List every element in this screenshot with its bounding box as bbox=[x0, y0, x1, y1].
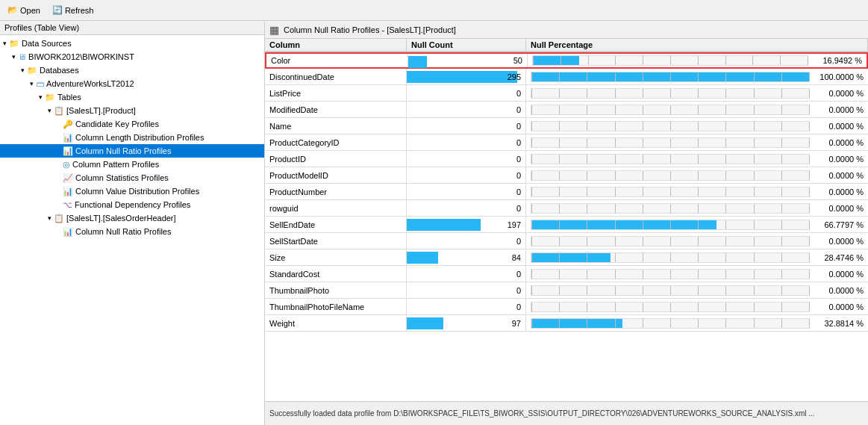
pct-text-12: 28.4746 % bbox=[813, 253, 864, 262]
cell-column-14: ThumbnailPhoto bbox=[265, 282, 407, 298]
cell-column-11: SellStartDate bbox=[265, 233, 407, 249]
table-row[interactable]: ProductNumber 0 0.0000 % bbox=[265, 184, 868, 200]
cell-nullpct-11: 0.0000 % bbox=[526, 233, 868, 249]
tree-item-tables[interactable]: ▾📁 Tables bbox=[0, 90, 264, 104]
cell-nullcount-3: 0 bbox=[407, 102, 526, 117]
tree-label-databases: Databases bbox=[40, 66, 79, 75]
pct-text-14: 0.0000 % bbox=[813, 286, 864, 295]
cell-column-10: SellEndDate bbox=[265, 217, 407, 232]
cell-nullpct-16: 32.8814 % bbox=[526, 315, 868, 331]
table-row[interactable]: StandardCost 0 0.0000 % bbox=[265, 266, 868, 282]
tree-item-product[interactable]: ▾📋 [SalesLT].[Product] bbox=[0, 104, 264, 117]
tree-label-columnstats: Column Statistics Profiles bbox=[75, 173, 169, 182]
table-row[interactable]: ThumbnailPhotoFileName 0 0.0000 % bbox=[265, 299, 868, 315]
table-row[interactable]: ThumbnailPhoto 0 0.0000 % bbox=[265, 282, 868, 299]
tree-item-salesorderheader[interactable]: ▾📋 [SalesLT].[SalesOrderHeader] bbox=[0, 211, 264, 225]
table-row[interactable]: Name 0 0.0000 % bbox=[265, 118, 868, 134]
cell-nullpct-13: 0.0000 % bbox=[526, 266, 868, 282]
table-row[interactable]: ListPrice 0 0.0000 % bbox=[265, 85, 868, 102]
cell-nullcount-10: 197 bbox=[407, 217, 526, 232]
cell-nullpct-9: 0.0000 % bbox=[526, 200, 868, 216]
open-label: Open bbox=[20, 6, 40, 15]
col-nullcount-header: Null Count bbox=[407, 39, 526, 51]
table-row[interactable]: DiscontinuedDate 295 100.0000 % bbox=[265, 69, 868, 85]
data-grid: Column Null Count Null Percentage Color … bbox=[265, 39, 868, 401]
cell-column-9: rowguid bbox=[265, 200, 407, 216]
pct-text-1: 100.0000 % bbox=[813, 72, 864, 81]
tree-label-adventureworks: AdventureWorksLT2012 bbox=[46, 79, 134, 88]
cell-nullpct-2: 0.0000 % bbox=[526, 85, 868, 101]
tree-label-columnpattern: Column Pattern Profiles bbox=[72, 160, 159, 169]
grid-icon: ▦ bbox=[269, 24, 279, 36]
table-row[interactable]: rowguid 0 0.0000 % bbox=[265, 200, 868, 217]
tree-item-columnvalue[interactable]: 📊 Column Value Distribution Profiles bbox=[0, 184, 264, 198]
tree-label-columnlength: Column Length Distribution Profiles bbox=[75, 133, 204, 142]
right-panel: ▦ Column Null Ratio Profiles - [SalesLT]… bbox=[265, 21, 868, 425]
cell-nullcount-9: 0 bbox=[407, 200, 526, 216]
tree-item-biwork[interactable]: ▾🖥 BIWORK2012\BIWORKINST bbox=[0, 50, 264, 63]
pct-text-5: 0.0000 % bbox=[813, 138, 864, 147]
tree-item-functional[interactable]: ⌥ Functional Dependency Profiles bbox=[0, 198, 264, 211]
cell-column-1: DiscontinuedDate bbox=[265, 69, 407, 84]
cell-nullpct-1: 100.0000 % bbox=[526, 69, 868, 84]
table-row[interactable]: Color 50 16.9492 % bbox=[265, 52, 868, 69]
cell-column-2: ListPrice bbox=[265, 85, 407, 101]
right-header-title: Column Null Ratio Profiles - [SalesLT].[… bbox=[284, 25, 456, 34]
cell-nullpct-10: 66.7797 % bbox=[526, 217, 868, 232]
table-row[interactable]: ProductCategoryID 0 0.0000 % bbox=[265, 134, 868, 151]
cell-nullpct-7: 0.0000 % bbox=[526, 167, 868, 183]
refresh-button[interactable]: 🔄 Refresh bbox=[49, 4, 97, 16]
pct-text-0: 16.9492 % bbox=[811, 56, 862, 65]
refresh-icon: 🔄 bbox=[52, 5, 63, 15]
tree-item-columnpattern[interactable]: ◎ Column Pattern Profiles bbox=[0, 158, 264, 171]
cell-column-16: Weight bbox=[265, 315, 407, 331]
pct-text-4: 0.0000 % bbox=[813, 122, 864, 131]
tree-item-adventureworks[interactable]: ▾🗃 AdventureWorksLT2012 bbox=[0, 77, 264, 90]
tree-item-datasources[interactable]: ▾📁 Data Sources bbox=[0, 37, 264, 50]
refresh-label: Refresh bbox=[65, 6, 94, 15]
pct-text-15: 0.0000 % bbox=[813, 303, 864, 311]
table-row[interactable]: SellStartDate 0 0.0000 % bbox=[265, 233, 868, 249]
tree-label-columnvalue: Column Value Distribution Profiles bbox=[75, 187, 199, 196]
table-row[interactable]: ProductModelID 0 0.0000 % bbox=[265, 167, 868, 184]
left-panel: Profiles (Table View) ▾📁 Data Sources▾🖥 … bbox=[0, 21, 265, 425]
tree-item-columnnull[interactable]: 📊 Column Null Ratio Profiles bbox=[0, 144, 264, 158]
table-row[interactable]: ProductID 0 0.0000 % bbox=[265, 151, 868, 167]
toolbar: 📂 Open 🔄 Refresh bbox=[0, 0, 868, 21]
cell-column-15: ThumbnailPhotoFileName bbox=[265, 299, 407, 314]
cell-nullcount-4: 0 bbox=[407, 118, 526, 134]
tree-label-soh_columnnull: Column Null Ratio Profiles bbox=[75, 227, 171, 236]
tree-item-columnlength[interactable]: 📊 Column Length Distribution Profiles bbox=[0, 131, 264, 144]
table-row[interactable]: Weight 97 32.8814 % bbox=[265, 315, 868, 332]
open-button[interactable]: 📂 Open bbox=[4, 4, 43, 16]
cell-nullpct-8: 0.0000 % bbox=[526, 184, 868, 199]
cell-nullcount-14: 0 bbox=[407, 282, 526, 298]
open-icon: 📂 bbox=[7, 5, 18, 15]
cell-nullcount-15: 0 bbox=[407, 299, 526, 314]
cell-nullpct-6: 0.0000 % bbox=[526, 151, 868, 167]
cell-nullpct-15: 0.0000 % bbox=[526, 299, 868, 314]
pct-text-6: 0.0000 % bbox=[813, 155, 864, 164]
cell-column-4: Name bbox=[265, 118, 407, 134]
pct-text-7: 0.0000 % bbox=[813, 171, 864, 180]
cell-nullpct-5: 0.0000 % bbox=[526, 134, 868, 150]
tree-label-candidatekey: Candidate Key Profiles bbox=[75, 120, 159, 128]
tree-label-product: [SalesLT].[Product] bbox=[66, 106, 136, 115]
cell-nullcount-16: 97 bbox=[407, 315, 526, 331]
cell-nullcount-2: 0 bbox=[407, 85, 526, 101]
table-row[interactable]: SellEndDate 197 66.7797 % bbox=[265, 217, 868, 233]
table-row[interactable]: Size 84 28.4746 % bbox=[265, 249, 868, 266]
tree-item-databases[interactable]: ▾📁 Databases bbox=[0, 63, 264, 77]
cell-column-13: StandardCost bbox=[265, 266, 407, 282]
table-row[interactable]: ModifiedDate 0 0.0000 % bbox=[265, 102, 868, 118]
pct-text-16: 32.8814 % bbox=[813, 319, 864, 328]
cell-nullpct-4: 0.0000 % bbox=[526, 118, 868, 134]
grid-body: Color 50 16.9492 % DiscontinuedDate 295 bbox=[265, 52, 868, 332]
tree-item-soh_columnnull[interactable]: 📊 Column Null Ratio Profiles bbox=[0, 225, 264, 238]
tree-label-salesorderheader: [SalesLT].[SalesOrderHeader] bbox=[66, 214, 176, 223]
pct-text-13: 0.0000 % bbox=[813, 270, 864, 279]
tree-item-candidatekey[interactable]: 🔑 Candidate Key Profiles bbox=[0, 117, 264, 131]
tree-label-columnnull: Column Null Ratio Profiles bbox=[75, 146, 171, 155]
tree-item-columnstats[interactable]: 📈 Column Statistics Profiles bbox=[0, 171, 264, 184]
cell-nullpct-12: 28.4746 % bbox=[526, 249, 868, 265]
